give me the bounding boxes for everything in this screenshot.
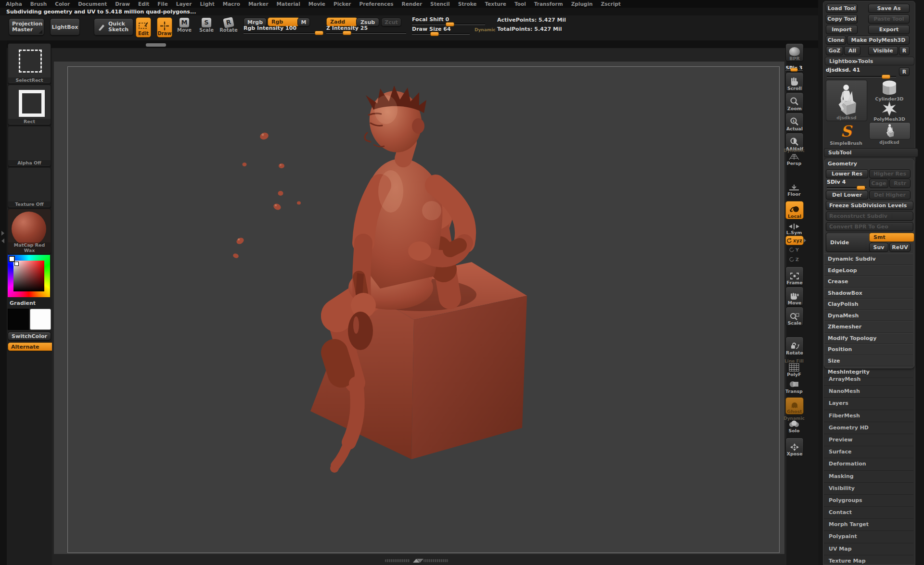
geometry-row[interactable]: Size — [824, 355, 913, 367]
divide-button[interactable]: Divide — [826, 233, 872, 252]
menu-item[interactable]: Document — [78, 1, 107, 7]
secondary-color-swatch[interactable] — [30, 309, 51, 330]
del-higher-button[interactable]: Del Higher — [869, 190, 911, 200]
copy-tool-button[interactable]: Copy Tool — [826, 14, 858, 24]
recent-tool-thumbnail[interactable] — [869, 122, 911, 139]
ghost-button[interactable]: Ghost — [785, 397, 804, 414]
move-button[interactable]: M Move — [176, 18, 192, 33]
save-as-button[interactable]: Save As — [868, 4, 910, 13]
actual-button[interactable]: 1 Actual — [785, 113, 804, 132]
menu-item[interactable]: Marker — [248, 1, 269, 7]
lightbox-button[interactable]: LightBox — [50, 18, 80, 36]
stroke-select-thumbnail[interactable]: SelectRect — [8, 43, 51, 84]
material-thumbnail[interactable]: MatCap Red Wax — [8, 209, 51, 254]
menu-item[interactable]: Zscript — [601, 1, 620, 7]
cage-button[interactable]: Cage — [869, 179, 888, 188]
solo-button[interactable]: Solo — [785, 420, 803, 433]
palette-section[interactable]: Masking — [824, 471, 913, 483]
palette-section[interactable]: Contact — [824, 507, 913, 519]
switch-color-button[interactable]: SwitchColor — [8, 332, 51, 340]
rgb-intensity-knob[interactable] — [315, 31, 323, 35]
geometry-header[interactable]: Geometry — [828, 161, 857, 167]
menu-item[interactable]: Picker — [334, 1, 351, 7]
geometry-row[interactable]: Position — [824, 344, 913, 355]
geometry-row[interactable]: EdgeLoop — [824, 265, 913, 276]
menu-item[interactable]: Texture — [485, 1, 506, 7]
menu-item[interactable]: Render — [402, 1, 423, 7]
menu-item[interactable]: File — [157, 1, 168, 7]
geometry-row[interactable]: ZRemesher — [824, 321, 913, 333]
nav-rotate-button[interactable]: Rotate — [785, 337, 804, 356]
menu-item[interactable]: Alpha — [6, 1, 22, 7]
nav-move-button[interactable]: Move — [785, 287, 804, 306]
z-intensity-slider[interactable]: Z Intensity 25 — [326, 25, 407, 35]
focal-shift-slider[interactable]: Focal Shift 0 — [412, 16, 494, 27]
rotate-y-button[interactable]: Y — [785, 247, 803, 252]
palette-section[interactable]: UV Map — [824, 543, 913, 555]
scroll-button[interactable]: Scroll — [785, 72, 804, 91]
sdiv-knob[interactable] — [857, 186, 865, 190]
convert-bpr-button[interactable]: Convert BPR To Geo — [826, 222, 913, 231]
palette-section[interactable]: Geometry HD — [824, 422, 913, 434]
left-tray-open-arrow[interactable] — [1, 231, 4, 236]
menu-item[interactable]: Color — [55, 1, 70, 7]
transp-button[interactable]: Transp — [785, 380, 803, 394]
draw-button[interactable]: Draw — [157, 17, 172, 38]
texture-thumbnail[interactable]: Texture Off — [8, 167, 51, 208]
export-button[interactable]: Export — [868, 25, 910, 34]
palette-section[interactable]: Morph Target — [824, 519, 913, 531]
z-intensity-knob[interactable] — [343, 31, 351, 35]
goz-visible-button[interactable]: Visible — [868, 46, 898, 55]
floor-button[interactable]: Floor — [785, 184, 803, 197]
alpha-thumbnail[interactable]: Alpha Off — [8, 126, 51, 166]
sculpture[interactable] — [54, 62, 784, 554]
geometry-row[interactable]: ClayPolish — [824, 299, 913, 310]
dynamic-toggle[interactable]: Dynamic — [475, 27, 496, 32]
lsym-button[interactable]: L.Sym — [785, 223, 803, 235]
geometry-row[interactable]: Dynamic Subdiv — [824, 253, 913, 265]
menu-item[interactable]: Zplugin — [571, 1, 593, 7]
palette-section[interactable]: Polygroups — [824, 495, 913, 507]
local-button[interactable]: Local — [785, 201, 804, 219]
main-color-swatch[interactable] — [8, 309, 29, 330]
subtool-section-header[interactable]: SubTool — [824, 148, 918, 157]
load-tool-button[interactable]: Load Tool — [826, 4, 858, 13]
xpose-button[interactable]: Xpose — [785, 438, 804, 457]
del-lower-button[interactable]: Del Lower — [826, 190, 868, 200]
menu-item[interactable]: Material — [277, 1, 300, 7]
menu-item[interactable]: Edit — [138, 1, 149, 7]
rotate-z-button[interactable]: Z — [785, 257, 803, 262]
menu-item[interactable]: Macro — [223, 1, 240, 7]
geometry-row[interactable]: ShadowBox — [824, 288, 913, 299]
palette-section[interactable]: NanoMesh — [824, 386, 913, 398]
menu-item[interactable]: Brush — [30, 1, 47, 7]
goz-button[interactable]: GoZ — [826, 46, 843, 55]
color-picker[interactable] — [8, 255, 50, 297]
spix-knob[interactable] — [790, 68, 798, 72]
quick-sketch-button[interactable]: Quick Sketch — [94, 18, 133, 36]
projection-master-button[interactable]: Projection Master — [9, 18, 44, 36]
tray-down-arrow[interactable] — [417, 559, 424, 563]
goz-r-button[interactable]: R — [899, 46, 910, 55]
smt-button[interactable]: Smt — [869, 233, 914, 242]
canvas[interactable] — [54, 62, 784, 554]
geometry-row[interactable]: Crease — [824, 276, 913, 288]
sv-marker[interactable] — [14, 262, 19, 266]
palette-section[interactable]: Texture Map — [824, 555, 913, 565]
rotate-button[interactable]: R Rotate — [219, 18, 238, 33]
palette-section[interactable]: Polypaint — [824, 531, 913, 543]
palette-section[interactable]: Layers — [824, 398, 913, 410]
lower-res-button[interactable]: Lower Res — [826, 169, 868, 178]
goz-all-button[interactable]: All — [844, 46, 860, 55]
frame-button[interactable]: Frame — [785, 266, 804, 286]
stroke-rect-thumbnail[interactable]: Rect — [8, 85, 51, 125]
make-polymesh3d-button[interactable]: Make PolyMesh3D — [847, 36, 910, 45]
suv-button[interactable]: Suv — [869, 243, 888, 252]
zoom-button[interactable]: Zoom — [785, 92, 804, 112]
menu-item[interactable]: Stroke — [458, 1, 477, 7]
geometry-row[interactable]: DynaMesh — [824, 310, 913, 322]
spix-slider[interactable]: SPix 3 — [783, 63, 805, 72]
draw-size-knob[interactable] — [430, 32, 439, 36]
simplebrush-tool[interactable]: S SimpleBrush — [826, 123, 866, 146]
rgb-intensity-slider[interactable]: Rgb Intensity 100 — [244, 25, 324, 35]
